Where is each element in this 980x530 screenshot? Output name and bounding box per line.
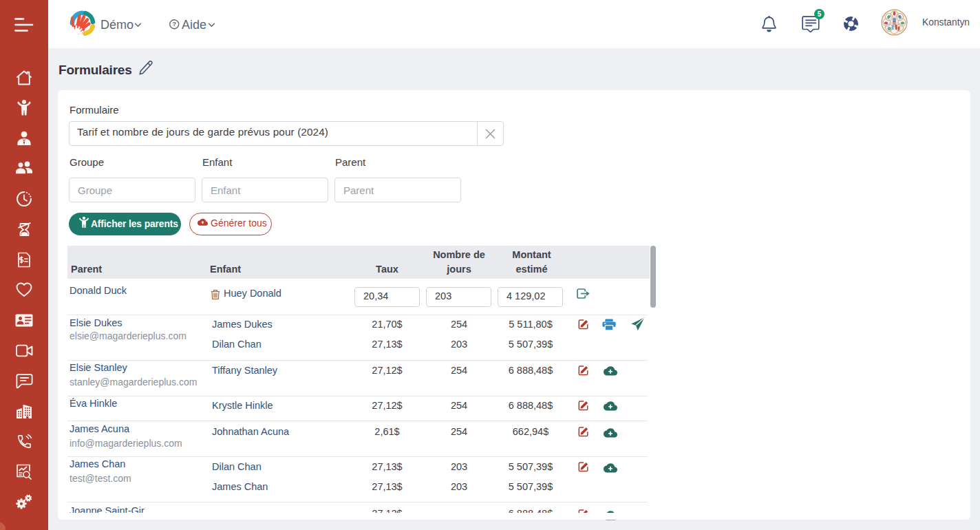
svg-text:?: ? <box>172 21 176 28</box>
